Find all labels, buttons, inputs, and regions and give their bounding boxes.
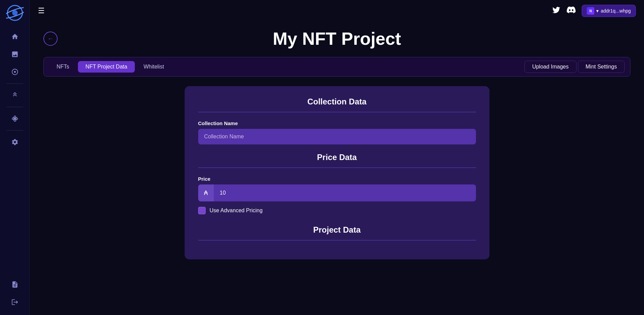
sidebar (0, 0, 30, 315)
price-input-wrapper: ₳ (198, 184, 476, 201)
spool-icon[interactable] (7, 111, 22, 126)
price-input[interactable] (214, 185, 476, 201)
form-card: Collection Data Collection Name Price Da… (185, 86, 490, 259)
sidebar-divider-3 (6, 130, 23, 131)
target-icon[interactable] (7, 64, 22, 79)
sidebar-bottom (7, 276, 22, 311)
tab-nft-project-data[interactable]: NFT Project Data (78, 61, 134, 73)
tab-mint-settings[interactable]: Mint Settings (578, 61, 625, 73)
back-button[interactable]: ← (43, 32, 58, 46)
project-data-divider (198, 240, 476, 240)
svg-point-6 (14, 118, 16, 120)
collection-data-divider (198, 112, 476, 112)
collection-data-section: Collection Data Collection Name (198, 97, 476, 144)
sidebar-divider-2 (6, 107, 23, 107)
price-data-divider (198, 168, 476, 168)
content-area: ← My NFT Project NFTs NFT Project Data W… (30, 22, 644, 315)
tab-nfts[interactable]: NFTs (49, 61, 77, 73)
twitter-icon[interactable] (552, 5, 561, 16)
header: ☰ N ▾ addr1q...whpg (30, 0, 644, 22)
header-right: N ▾ addr1q...whpg (552, 5, 636, 17)
collection-name-input[interactable] (198, 129, 476, 144)
collection-name-group: Collection Name (198, 120, 476, 144)
sidebar-divider-1 (6, 83, 23, 84)
tab-upload-images[interactable]: Upload Images (524, 61, 577, 73)
ada-icon: ₳ (198, 184, 214, 201)
price-data-title: Price Data (198, 153, 476, 162)
advanced-pricing-row: Use Advanced Pricing (198, 207, 476, 214)
settings-icon[interactable] (7, 135, 22, 150)
project-data-title: Project Data (198, 225, 476, 235)
price-group: Price ₳ Use Advanced Pricing (198, 176, 476, 214)
tabs-right: Upload Images Mint Settings (524, 61, 625, 73)
svg-point-2 (12, 10, 18, 16)
logout-icon[interactable] (7, 295, 22, 310)
chevron-up-icon[interactable] (7, 88, 22, 103)
main-content: ☰ N ▾ addr1q...whpg ← My NFT Project (30, 0, 644, 315)
wallet-chevron-icon: ▾ (596, 8, 599, 14)
page-title-row: ← My NFT Project (43, 28, 630, 49)
price-label: Price (198, 176, 476, 182)
discord-icon[interactable] (567, 5, 576, 16)
sidebar-logo[interactable] (6, 4, 24, 22)
tabs-bar: NFTs NFT Project Data Whitelist Upload I… (43, 57, 630, 77)
tab-whitelist[interactable]: Whitelist (136, 61, 171, 73)
wallet-address: addr1q...whpg (601, 8, 631, 14)
collection-name-label: Collection Name (198, 120, 476, 126)
hamburger-icon[interactable]: ☰ (38, 6, 45, 15)
project-data-section: Project Data (198, 225, 476, 240)
page-title: My NFT Project (273, 28, 401, 49)
collection-data-title: Collection Data (198, 97, 476, 106)
home-icon[interactable] (7, 29, 22, 44)
document-icon[interactable] (7, 277, 22, 292)
advanced-pricing-checkbox[interactable] (198, 207, 206, 214)
header-left: ☰ (38, 6, 45, 15)
svg-point-3 (14, 71, 16, 73)
price-data-section: Price Data Price ₳ Use Advanced Pricing (198, 153, 476, 214)
image-icon[interactable] (7, 47, 22, 62)
wallet-button[interactable]: N ▾ addr1q...whpg (582, 5, 636, 17)
advanced-pricing-label: Use Advanced Pricing (210, 208, 263, 214)
wallet-logo: N (587, 7, 594, 15)
